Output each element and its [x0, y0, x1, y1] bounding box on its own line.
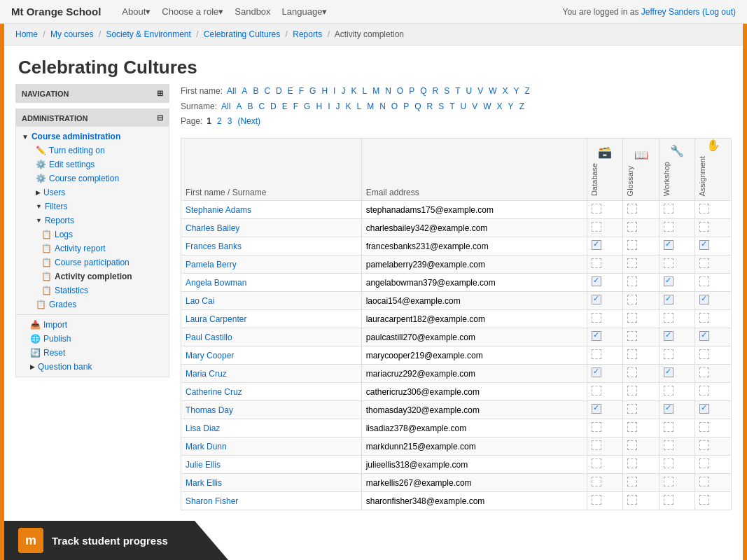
sn-e[interactable]: E: [281, 99, 289, 115]
checkbox-unchecked[interactable]: [592, 440, 601, 450]
sn-s[interactable]: S: [437, 99, 445, 115]
checkbox-unchecked[interactable]: [627, 495, 637, 505]
checkbox-checked[interactable]: [592, 404, 601, 414]
checkbox-unchecked[interactable]: [664, 422, 673, 432]
sn-g[interactable]: G: [302, 99, 312, 115]
nav-language[interactable]: Language▾: [282, 6, 328, 17]
sidebar-publish[interactable]: 🌐 Publish: [16, 332, 169, 346]
sn-d[interactable]: D: [269, 99, 278, 115]
checkbox-unchecked[interactable]: [699, 422, 709, 432]
checkbox-checked[interactable]: [592, 295, 601, 304]
fn-k[interactable]: K: [349, 84, 358, 99]
checkbox-unchecked[interactable]: [699, 349, 709, 359]
checkbox-unchecked[interactable]: [699, 313, 709, 323]
checkbox-unchecked[interactable]: [699, 204, 709, 214]
checkbox-unchecked[interactable]: [592, 458, 601, 468]
sn-n[interactable]: N: [378, 99, 387, 115]
sidebar-users[interactable]: ▶ Users: [16, 186, 169, 200]
checkbox-checked[interactable]: [592, 331, 601, 341]
checkbox-unchecked[interactable]: [627, 458, 637, 468]
sidebar-filters[interactable]: ▼ Filters: [16, 200, 169, 214]
checkbox-unchecked[interactable]: [627, 386, 637, 396]
checkbox-unchecked[interactable]: [627, 440, 637, 450]
checkbox-checked[interactable]: [664, 331, 673, 341]
user-name-link[interactable]: Jeffrey Sanders: [641, 7, 700, 17]
fn-a[interactable]: A: [240, 84, 249, 99]
checkbox-checked[interactable]: [592, 368, 601, 377]
checkbox-checked[interactable]: [699, 240, 709, 250]
fn-b[interactable]: B: [251, 84, 260, 99]
fn-o[interactable]: O: [396, 84, 405, 99]
checkbox-checked[interactable]: [664, 276, 673, 286]
student-name-link[interactable]: Stephanie Adams: [186, 205, 251, 215]
checkbox-unchecked[interactable]: [592, 349, 601, 359]
sn-k[interactable]: K: [344, 99, 352, 115]
nav-expand-icon[interactable]: ⊞: [157, 89, 163, 98]
checkbox-unchecked[interactable]: [627, 368, 637, 377]
checkbox-unchecked[interactable]: [699, 276, 709, 286]
student-name-link[interactable]: Pamela Berry: [186, 260, 237, 270]
checkbox-unchecked[interactable]: [699, 386, 709, 396]
fn-x[interactable]: X: [501, 84, 510, 99]
checkbox-unchecked[interactable]: [699, 258, 709, 268]
sn-x[interactable]: X: [496, 99, 504, 115]
checkbox-unchecked[interactable]: [699, 477, 709, 486]
breadcrumb-society[interactable]: Society & Environment: [106, 29, 190, 39]
nav-about[interactable]: About▾: [122, 6, 151, 17]
student-name-link[interactable]: Maria Cruz: [186, 369, 227, 379]
sn-w[interactable]: W: [482, 99, 492, 115]
student-name-link[interactable]: Mark Ellis: [186, 478, 222, 488]
checkbox-unchecked[interactable]: [592, 422, 601, 432]
checkbox-unchecked[interactable]: [592, 222, 601, 232]
breadcrumb-mycourses[interactable]: My courses: [50, 29, 93, 39]
sn-l[interactable]: L: [355, 99, 363, 115]
page-1[interactable]: 1: [205, 114, 213, 130]
fn-q[interactable]: Q: [419, 84, 428, 99]
checkbox-unchecked[interactable]: [627, 477, 637, 486]
sn-q[interactable]: Q: [413, 99, 422, 115]
checkbox-unchecked[interactable]: [664, 386, 673, 396]
student-name-link[interactable]: Catherine Cruz: [186, 387, 242, 397]
checkbox-unchecked[interactable]: [699, 495, 709, 505]
sidebar-logs[interactable]: 📋 Logs: [16, 227, 169, 241]
sn-y[interactable]: Y: [507, 99, 515, 115]
checkbox-unchecked[interactable]: [699, 458, 709, 468]
fn-e[interactable]: E: [286, 84, 295, 99]
checkbox-checked[interactable]: [699, 295, 709, 304]
checkbox-unchecked[interactable]: [664, 458, 673, 468]
sidebar-edit-settings[interactable]: ⚙️ Edit settings: [16, 158, 169, 172]
checkbox-checked[interactable]: [664, 240, 673, 250]
sn-p[interactable]: P: [402, 99, 410, 115]
sn-h[interactable]: H: [314, 99, 323, 115]
student-name-link[interactable]: Sharon Fisher: [186, 496, 238, 506]
fn-z[interactable]: Z: [524, 84, 531, 99]
checkbox-unchecked[interactable]: [627, 422, 637, 432]
sidebar-question-bank[interactable]: ▶ Question bank: [16, 360, 169, 374]
sidebar-activity-completion[interactable]: 📋 Activity completion: [16, 270, 169, 284]
checkbox-unchecked[interactable]: [664, 222, 673, 232]
firstname-all[interactable]: All: [225, 84, 237, 99]
fn-l[interactable]: L: [361, 84, 368, 99]
checkbox-unchecked[interactable]: [664, 440, 673, 450]
sn-j[interactable]: J: [334, 99, 341, 115]
fn-r[interactable]: R: [431, 84, 440, 99]
checkbox-unchecked[interactable]: [664, 477, 673, 486]
student-name-link[interactable]: Paul Castillo: [186, 332, 232, 342]
checkbox-unchecked[interactable]: [627, 258, 637, 268]
student-name-link[interactable]: Thomas Day: [186, 405, 233, 415]
fn-c[interactable]: C: [263, 84, 272, 99]
checkbox-unchecked[interactable]: [592, 495, 601, 505]
page-3[interactable]: 3: [226, 114, 234, 130]
sidebar-grades[interactable]: 📋 Grades: [16, 298, 169, 312]
sn-t[interactable]: T: [448, 99, 456, 115]
page-next[interactable]: (Next): [236, 114, 262, 130]
student-name-link[interactable]: Mark Dunn: [186, 442, 227, 451]
surname-all[interactable]: All: [220, 99, 232, 115]
sn-f[interactable]: F: [292, 99, 300, 115]
fn-y[interactable]: Y: [512, 84, 521, 99]
sn-v[interactable]: V: [470, 99, 479, 115]
sidebar-reports[interactable]: ▼ Reports: [16, 214, 169, 227]
fn-d[interactable]: D: [274, 84, 284, 99]
nav-sandbox[interactable]: Sandbox: [235, 6, 270, 17]
sidebar-turn-editing[interactable]: ✏️ Turn editing on: [16, 144, 169, 158]
